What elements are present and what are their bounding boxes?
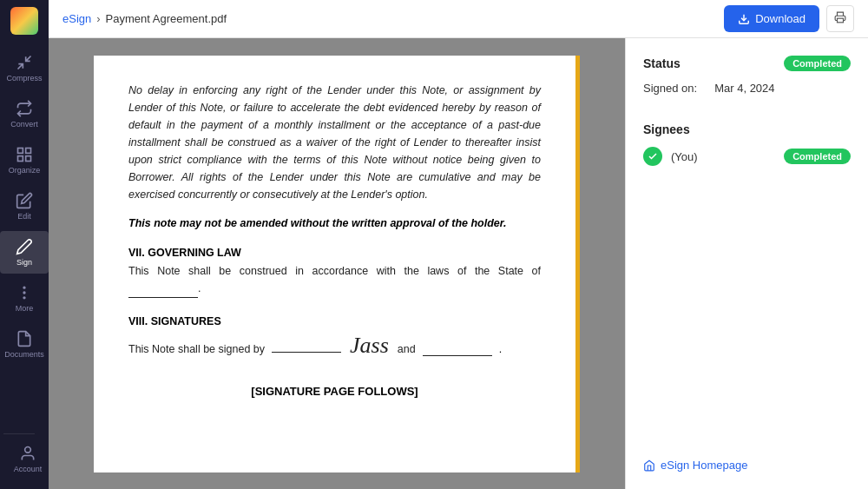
signee-check-icon (643, 147, 662, 166)
sidebar-item-sign[interactable]: Sign (0, 231, 49, 274)
pdf-signature-line: This Note shall be signed by Jass and . (128, 333, 541, 359)
download-button[interactable]: Download (724, 5, 819, 32)
breadcrumb-current: Payment Agreement.pdf (106, 12, 227, 25)
sidebar-item-compress-label: Compress (6, 74, 42, 83)
pdf-area: No delay in enforcing any right of the L… (49, 38, 625, 489)
download-label: Download (755, 12, 806, 25)
svg-rect-0 (18, 149, 23, 154)
status-section: Status Completed Signed on: Mar 4, 2024 (643, 56, 851, 95)
sidebar-item-documents[interactable]: Documents (0, 323, 49, 366)
esign-homepage-label: eSign Homepage (661, 459, 747, 472)
sidebar-item-edit-label: Edit (17, 212, 31, 221)
edit-icon (16, 192, 33, 209)
signed-on-label: Signed on: (643, 82, 697, 95)
sidebar-item-organize-label: Organize (9, 166, 41, 175)
svg-point-7 (25, 447, 31, 453)
signed-on-value: Mar 4, 2024 (714, 82, 774, 95)
svg-rect-1 (26, 149, 31, 154)
breadcrumb-root[interactable]: eSign (62, 12, 91, 25)
svg-rect-3 (26, 156, 31, 162)
topbar: eSign › Payment Agreement.pdf Download (49, 0, 868, 38)
home-icon (643, 459, 655, 472)
sidebar-item-edit[interactable]: Edit (0, 185, 49, 228)
compress-icon (16, 54, 33, 71)
sidebar-divider (3, 433, 35, 434)
pdf-bold-note: This note may not be amended without the… (128, 217, 541, 229)
pdf-section-7: VII. GOVERNING LAW This Note shall be co… (128, 247, 541, 298)
svg-rect-9 (838, 18, 844, 23)
content-area: No delay in enforcing any right of the L… (49, 38, 868, 489)
print-button[interactable] (826, 5, 854, 32)
signees-title: Signees (643, 122, 851, 136)
pdf-section8-title: VIII. SIGNATURES (128, 315, 541, 327)
pdf-and-text: and (398, 340, 416, 358)
sidebar-item-more-label: More (16, 304, 34, 313)
pdf-signature: Jass (350, 333, 389, 359)
pdf-section7-body: This Note shall be construed in accordan… (128, 262, 541, 298)
sign-icon (16, 238, 33, 255)
right-panel: Status Completed Signed on: Mar 4, 2024 … (625, 38, 868, 489)
esign-homepage-link[interactable]: eSign Homepage (643, 445, 851, 472)
main-area: eSign › Payment Agreement.pdf Download N… (49, 0, 868, 489)
svg-rect-2 (18, 156, 23, 162)
sidebar-item-compress[interactable]: Compress (0, 47, 49, 89)
pdf-blank-name (272, 352, 341, 353)
sidebar-item-sign-label: Sign (16, 258, 32, 267)
breadcrumb-separator: › (96, 12, 100, 25)
signee-name: (You) (671, 150, 775, 163)
print-icon (834, 11, 846, 23)
status-header: Status Completed (643, 56, 851, 71)
pdf-section-8: VIII. SIGNATURES This Note shall be sign… (128, 315, 541, 359)
sidebar-item-documents-label: Documents (4, 350, 44, 359)
app-logo (10, 7, 38, 35)
pdf-section7-title: VII. GOVERNING LAW (128, 247, 541, 259)
download-icon (738, 13, 750, 25)
pdf-blank-second (423, 343, 492, 356)
pdf-paragraph-1: No delay in enforcing any right of the L… (128, 82, 541, 203)
pdf-page: No delay in enforcing any right of the L… (94, 56, 580, 472)
svg-point-4 (23, 287, 25, 288)
sidebar-item-organize[interactable]: Organize (0, 139, 49, 182)
account-icon (19, 445, 36, 462)
signees-section: Signees (You) Completed (643, 122, 851, 166)
sidebar-item-convert[interactable]: Convert (0, 93, 49, 135)
sidebar-item-account-label: Account (14, 465, 43, 473)
sidebar-item-account[interactable]: Account (7, 438, 49, 480)
sidebar: Compress Convert Organize Edit Sign More (0, 0, 49, 489)
sidebar-item-convert-label: Convert (10, 120, 38, 129)
pdf-footer: [SIGNATURE PAGE FOLLOWS] (128, 385, 541, 398)
status-row: Signed on: Mar 4, 2024 (643, 82, 851, 95)
pdf-blank-state (128, 280, 198, 298)
breadcrumb: eSign › Payment Agreement.pdf (62, 12, 717, 25)
status-badge: Completed (784, 56, 851, 71)
organize-icon (16, 146, 33, 163)
svg-point-5 (23, 292, 25, 294)
sidebar-item-more[interactable]: More (0, 277, 49, 320)
more-icon (16, 284, 33, 301)
documents-icon (16, 330, 33, 347)
signee-row: (You) Completed (643, 147, 851, 166)
topbar-actions: Download (724, 5, 854, 32)
status-title: Status (643, 56, 681, 70)
convert-icon (16, 100, 33, 117)
svg-point-6 (23, 297, 25, 299)
signee-badge: Completed (784, 149, 851, 164)
pdf-section8-body: This Note shall be signed by (128, 340, 265, 358)
